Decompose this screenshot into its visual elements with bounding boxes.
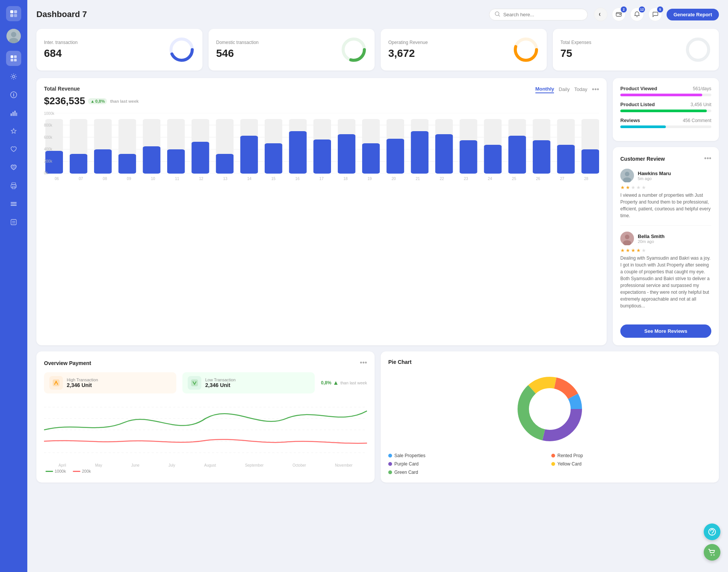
stat-value-2: 3,672 [388, 47, 428, 60]
sidebar-logo[interactable] [6, 6, 21, 21]
tab-today[interactable]: Today [574, 86, 587, 93]
sidebar-item-analytics[interactable] [6, 105, 21, 121]
payment-more-menu[interactable]: ••• [360, 359, 367, 367]
search-bar [489, 9, 588, 20]
sidebar-item-list[interactable] [6, 215, 21, 230]
svg-point-113 [714, 555, 715, 556]
svg-rect-80 [338, 134, 355, 174]
sidebar-item-star[interactable] [6, 124, 21, 139]
svg-rect-76 [240, 136, 258, 174]
bottom-grid: Overview Payment ••• High Transaction 2,… [36, 351, 719, 483]
review-stars-1: ★★★★★ [620, 248, 711, 253]
svg-rect-0 [10, 10, 13, 13]
review-time-0: 5m ago [638, 176, 671, 181]
svg-rect-14 [13, 112, 14, 116]
stat-card-inter: Inter. transaction 684 [36, 29, 202, 71]
payment-title: Overview Payment [44, 360, 91, 366]
chat-btn[interactable]: 5 [648, 8, 662, 21]
legend-purple: Purple Card [388, 461, 548, 467]
metric-bar-2 [620, 125, 666, 128]
svg-rect-84 [435, 134, 453, 174]
pay-stat-low: Low Transaction 2,346 Unit [182, 372, 315, 393]
sidebar-nav [6, 51, 21, 566]
sidebar-item-heart2[interactable] [6, 160, 21, 175]
right-panel: Product Viewed 561/days Product Listed 3… [613, 78, 719, 345]
reviews-more-menu[interactable]: ••• [704, 155, 711, 163]
notification-btn[interactable]: 12 [630, 8, 644, 21]
stat-value-3: 75 [560, 47, 591, 60]
review-item-1: Bella Smith 20m ago ★★★★★ Dealing with S… [620, 232, 711, 315]
svg-rect-75 [216, 154, 233, 174]
review-name-1: Bella Smith [638, 234, 665, 239]
tab-daily[interactable]: Daily [559, 86, 570, 93]
pie-content: Sale Properties Rented Prop Purple Card … [388, 371, 711, 475]
wallet-icon-btn[interactable]: 2 [612, 8, 626, 21]
svg-rect-89 [557, 145, 574, 174]
notification-badge: 12 [639, 6, 645, 13]
svg-rect-68 [46, 151, 63, 174]
svg-rect-2 [10, 14, 13, 17]
reviews-title: Customer Review [620, 156, 665, 162]
see-more-btn[interactable]: See More Reviews [620, 324, 711, 338]
review-text-0: I viewed a number of properties with Jus… [620, 192, 711, 219]
search-input[interactable] [503, 12, 582, 17]
revenue-title: Total Revenue [44, 86, 80, 92]
main-content: Dashboard 7 2 [27, 0, 728, 572]
sidebar-item-dashboard[interactable] [6, 51, 21, 66]
float-cart-btn[interactable] [704, 544, 720, 561]
floating-buttons [704, 523, 720, 561]
float-support-btn[interactable] [704, 523, 720, 540]
svg-rect-82 [386, 139, 404, 174]
metric-name-0: Product Viewed [620, 86, 657, 91]
svg-rect-79 [314, 139, 331, 174]
pie-svg [512, 371, 588, 447]
metric-bar-1 [620, 110, 707, 112]
sidebar-item-info[interactable] [6, 87, 21, 102]
svg-rect-3 [14, 14, 17, 17]
metric-item-1: Product Listed 3,456 Unit [620, 102, 711, 112]
pie-card: Pie Chart Sale Properties [381, 351, 719, 483]
metric-name-1: Product Listed [620, 102, 655, 107]
payment-change: 0,8% ▲ than last week [321, 372, 367, 393]
review-name-0: Hawkins Maru [638, 171, 671, 176]
sidebar-item-heart[interactable] [6, 142, 21, 157]
metrics-card: Product Viewed 561/days Product Listed 3… [613, 78, 719, 141]
svg-rect-24 [11, 219, 16, 225]
content-grid: Total Revenue Monthly Daily Today ••• $2… [36, 78, 719, 345]
svg-rect-17 [12, 183, 16, 185]
metric-item-0: Product Viewed 561/days [620, 86, 711, 96]
theme-toggle-btn[interactable] [594, 8, 607, 21]
stats-row: Inter. transaction 684 Domestic transact… [36, 29, 719, 71]
generate-report-btn[interactable]: Generate Report [667, 9, 719, 20]
svg-rect-77 [265, 143, 282, 174]
high-label: High Transaction [67, 378, 98, 382]
legend-dot-sale [388, 454, 392, 458]
review-time-1: 20m ago [638, 239, 665, 244]
legend-yellow: Yellow Card [551, 461, 711, 467]
sidebar-item-settings[interactable] [6, 69, 21, 84]
sidebar-item-print[interactable] [6, 178, 21, 193]
metric-bar-bg-0 [620, 94, 711, 96]
stat-chart-0 [168, 36, 195, 63]
revenue-value: $236,535 [44, 95, 85, 107]
avatar[interactable] [6, 29, 21, 43]
stat-card-domestic: Domestic transaction 546 [209, 29, 375, 71]
svg-rect-72 [143, 146, 160, 174]
svg-rect-78 [289, 131, 306, 174]
header-actions: 2 12 5 Generate Report [594, 8, 719, 21]
metric-bar-bg-1 [620, 110, 711, 112]
revenue-more-menu[interactable]: ••• [592, 86, 599, 94]
svg-rect-86 [484, 145, 501, 174]
sidebar-item-menu[interactable] [6, 196, 21, 212]
page-title: Dashboard 7 [36, 9, 483, 19]
stat-card-expenses: Total Expenses 75 [553, 29, 719, 71]
stat-card-revenue: Operating Revenue 3,672 [381, 29, 547, 71]
svg-rect-90 [582, 149, 599, 174]
legend-dot-purple [388, 462, 392, 466]
svg-point-112 [711, 555, 712, 556]
high-value: 2,346 Unit [67, 382, 98, 388]
svg-rect-87 [508, 136, 526, 174]
tab-monthly[interactable]: Monthly [535, 86, 554, 93]
metric-bar-bg-2 [620, 125, 711, 128]
svg-point-95 [625, 235, 629, 239]
